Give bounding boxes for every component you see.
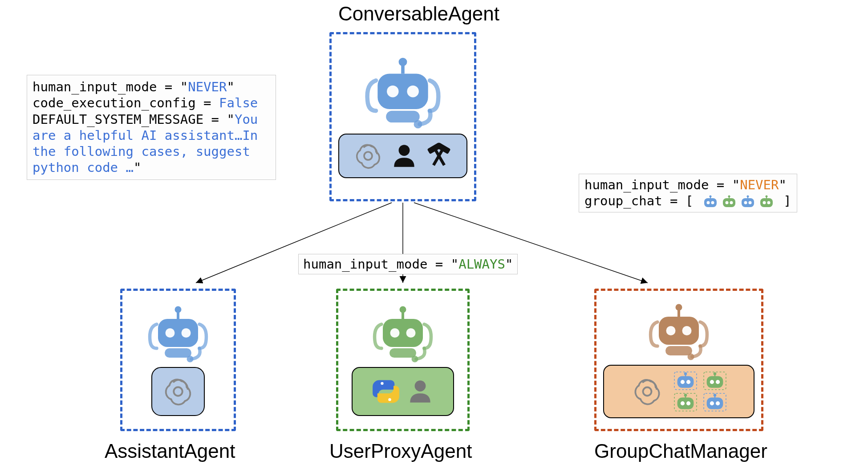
capabilities-panel (151, 367, 205, 416)
robot-icon (361, 55, 445, 131)
capabilities-panel (603, 365, 754, 418)
person-icon (390, 142, 418, 170)
robot-icon (369, 304, 436, 364)
robot-icon (145, 304, 211, 364)
conversable-agent-box (329, 32, 476, 201)
mini-robot-icon (673, 371, 698, 390)
assistant-agent-box (120, 289, 236, 431)
openai-icon (630, 375, 664, 408)
userproxy-config-code: human_input_mode = "ALWAYS" (298, 254, 518, 274)
group-chat-manager-box (594, 289, 763, 431)
person-icon (406, 378, 434, 405)
robot-icon (645, 302, 712, 362)
openai-icon (161, 374, 195, 409)
mini-robot-icon (673, 393, 698, 412)
mini-robot-icon (702, 393, 727, 412)
user-proxy-agent-box (336, 289, 470, 431)
mini-robot-icon (701, 195, 720, 209)
assistant-config-code: human_input_mode = "NEVER" code_executio… (27, 75, 276, 180)
groupchat-config-code: human_input_mode = "NEVER" group_chat = … (579, 174, 797, 212)
mini-agent-grid (673, 371, 727, 412)
python-icon (372, 377, 400, 406)
openai-icon (352, 140, 384, 172)
mini-robot-icon (757, 195, 776, 209)
mini-robot-icon (738, 195, 757, 209)
capabilities-panel (352, 367, 454, 416)
mini-robot-icon (702, 371, 727, 390)
mini-robot-icon (720, 195, 738, 209)
capabilities-panel (338, 134, 467, 178)
tools-icon (424, 141, 454, 171)
